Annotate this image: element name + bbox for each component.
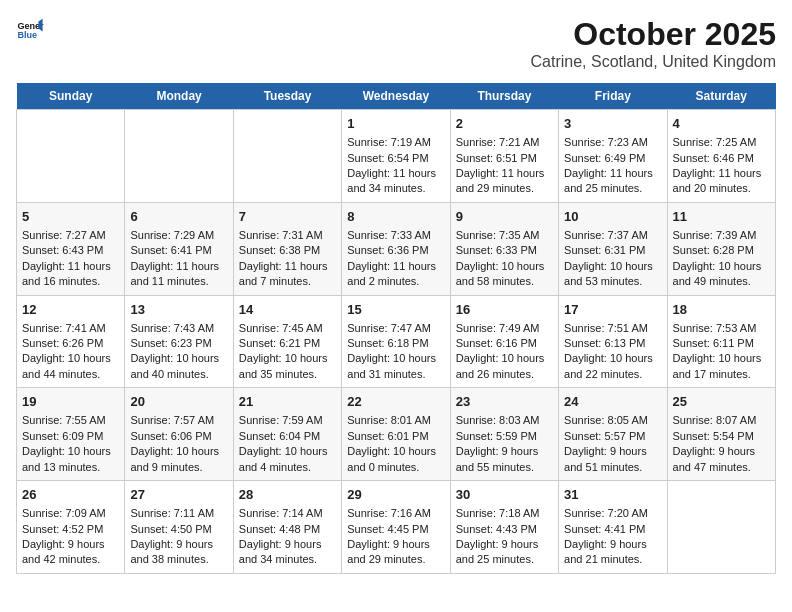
day-info: Daylight: 9 hours and 51 minutes. — [564, 444, 661, 475]
day-number: 4 — [673, 115, 770, 133]
day-info: Sunrise: 7:59 AM — [239, 413, 336, 428]
logo: General Blue — [16, 16, 44, 44]
header-cell-tuesday: Tuesday — [233, 83, 341, 110]
day-info: Sunrise: 7:11 AM — [130, 506, 227, 521]
day-info: Sunset: 6:13 PM — [564, 336, 661, 351]
day-info: Daylight: 10 hours and 0 minutes. — [347, 444, 444, 475]
calendar-cell: 10Sunrise: 7:37 AMSunset: 6:31 PMDayligh… — [559, 202, 667, 295]
calendar-cell: 22Sunrise: 8:01 AMSunset: 6:01 PMDayligh… — [342, 388, 450, 481]
day-info: Sunset: 6:36 PM — [347, 243, 444, 258]
calendar-cell — [667, 481, 775, 574]
header-cell-monday: Monday — [125, 83, 233, 110]
calendar-header-row: SundayMondayTuesdayWednesdayThursdayFrid… — [17, 83, 776, 110]
day-info: Sunset: 4:52 PM — [22, 522, 119, 537]
header-cell-saturday: Saturday — [667, 83, 775, 110]
calendar-cell — [125, 110, 233, 203]
day-info: Sunset: 6:18 PM — [347, 336, 444, 351]
day-info: Sunset: 6:33 PM — [456, 243, 553, 258]
day-info: Daylight: 9 hours and 29 minutes. — [347, 537, 444, 568]
header-cell-sunday: Sunday — [17, 83, 125, 110]
title-block: October 2025 Catrine, Scotland, United K… — [531, 16, 776, 71]
day-info: Daylight: 10 hours and 44 minutes. — [22, 351, 119, 382]
day-info: Sunrise: 8:07 AM — [673, 413, 770, 428]
day-info: Daylight: 10 hours and 9 minutes. — [130, 444, 227, 475]
day-info: Sunset: 6:28 PM — [673, 243, 770, 258]
day-number: 21 — [239, 393, 336, 411]
day-info: Daylight: 9 hours and 25 minutes. — [456, 537, 553, 568]
day-info: Sunset: 6:38 PM — [239, 243, 336, 258]
calendar-cell: 7Sunrise: 7:31 AMSunset: 6:38 PMDaylight… — [233, 202, 341, 295]
day-number: 11 — [673, 208, 770, 226]
day-number: 25 — [673, 393, 770, 411]
day-number: 6 — [130, 208, 227, 226]
calendar-cell: 4Sunrise: 7:25 AMSunset: 6:46 PMDaylight… — [667, 110, 775, 203]
day-info: Daylight: 11 hours and 2 minutes. — [347, 259, 444, 290]
day-info: Daylight: 10 hours and 17 minutes. — [673, 351, 770, 382]
day-number: 15 — [347, 301, 444, 319]
calendar-week-2: 12Sunrise: 7:41 AMSunset: 6:26 PMDayligh… — [17, 295, 776, 388]
day-number: 27 — [130, 486, 227, 504]
svg-text:Blue: Blue — [17, 30, 37, 40]
day-info: Sunrise: 7:53 AM — [673, 321, 770, 336]
day-info: Daylight: 11 hours and 16 minutes. — [22, 259, 119, 290]
day-info: Sunset: 6:26 PM — [22, 336, 119, 351]
day-info: Sunrise: 7:49 AM — [456, 321, 553, 336]
day-number: 2 — [456, 115, 553, 133]
calendar-cell: 2Sunrise: 7:21 AMSunset: 6:51 PMDaylight… — [450, 110, 558, 203]
day-info: Sunrise: 7:27 AM — [22, 228, 119, 243]
calendar-week-3: 19Sunrise: 7:55 AMSunset: 6:09 PMDayligh… — [17, 388, 776, 481]
day-info: Daylight: 10 hours and 40 minutes. — [130, 351, 227, 382]
day-number: 23 — [456, 393, 553, 411]
calendar-cell: 17Sunrise: 7:51 AMSunset: 6:13 PMDayligh… — [559, 295, 667, 388]
day-info: Sunrise: 7:41 AM — [22, 321, 119, 336]
day-info: Sunrise: 7:09 AM — [22, 506, 119, 521]
day-info: Daylight: 10 hours and 31 minutes. — [347, 351, 444, 382]
calendar-cell: 5Sunrise: 7:27 AMSunset: 6:43 PMDaylight… — [17, 202, 125, 295]
day-info: Sunset: 6:04 PM — [239, 429, 336, 444]
day-number: 8 — [347, 208, 444, 226]
day-number: 31 — [564, 486, 661, 504]
day-info: Sunset: 4:50 PM — [130, 522, 227, 537]
calendar-cell: 27Sunrise: 7:11 AMSunset: 4:50 PMDayligh… — [125, 481, 233, 574]
calendar-body: 1Sunrise: 7:19 AMSunset: 6:54 PMDaylight… — [17, 110, 776, 574]
day-info: Sunset: 6:46 PM — [673, 151, 770, 166]
day-info: Sunrise: 7:16 AM — [347, 506, 444, 521]
day-number: 26 — [22, 486, 119, 504]
calendar-cell: 13Sunrise: 7:43 AMSunset: 6:23 PMDayligh… — [125, 295, 233, 388]
day-info: Daylight: 10 hours and 22 minutes. — [564, 351, 661, 382]
calendar-cell: 6Sunrise: 7:29 AMSunset: 6:41 PMDaylight… — [125, 202, 233, 295]
calendar-cell: 14Sunrise: 7:45 AMSunset: 6:21 PMDayligh… — [233, 295, 341, 388]
day-info: Daylight: 9 hours and 38 minutes. — [130, 537, 227, 568]
calendar-cell: 16Sunrise: 7:49 AMSunset: 6:16 PMDayligh… — [450, 295, 558, 388]
day-info: Sunrise: 7:39 AM — [673, 228, 770, 243]
day-info: Sunrise: 8:01 AM — [347, 413, 444, 428]
day-info: Sunset: 5:54 PM — [673, 429, 770, 444]
day-info: Sunrise: 7:47 AM — [347, 321, 444, 336]
day-number: 30 — [456, 486, 553, 504]
day-number: 17 — [564, 301, 661, 319]
calendar-cell: 28Sunrise: 7:14 AMSunset: 4:48 PMDayligh… — [233, 481, 341, 574]
day-info: Sunrise: 7:20 AM — [564, 506, 661, 521]
day-number: 20 — [130, 393, 227, 411]
day-number: 18 — [673, 301, 770, 319]
day-number: 1 — [347, 115, 444, 133]
calendar-cell — [17, 110, 125, 203]
day-info: Sunrise: 7:31 AM — [239, 228, 336, 243]
day-number: 22 — [347, 393, 444, 411]
day-info: Sunset: 6:51 PM — [456, 151, 553, 166]
calendar-cell: 19Sunrise: 7:55 AMSunset: 6:09 PMDayligh… — [17, 388, 125, 481]
day-info: Sunrise: 7:29 AM — [130, 228, 227, 243]
day-info: Sunrise: 7:55 AM — [22, 413, 119, 428]
day-info: Daylight: 9 hours and 34 minutes. — [239, 537, 336, 568]
calendar-cell: 3Sunrise: 7:23 AMSunset: 6:49 PMDaylight… — [559, 110, 667, 203]
day-info: Daylight: 10 hours and 13 minutes. — [22, 444, 119, 475]
calendar-cell: 11Sunrise: 7:39 AMSunset: 6:28 PMDayligh… — [667, 202, 775, 295]
day-info: Sunrise: 7:43 AM — [130, 321, 227, 336]
day-info: Sunset: 6:49 PM — [564, 151, 661, 166]
day-info: Sunset: 6:09 PM — [22, 429, 119, 444]
logo-icon: General Blue — [16, 16, 44, 44]
day-info: Daylight: 10 hours and 58 minutes. — [456, 259, 553, 290]
day-info: Sunset: 6:41 PM — [130, 243, 227, 258]
day-number: 10 — [564, 208, 661, 226]
day-number: 19 — [22, 393, 119, 411]
